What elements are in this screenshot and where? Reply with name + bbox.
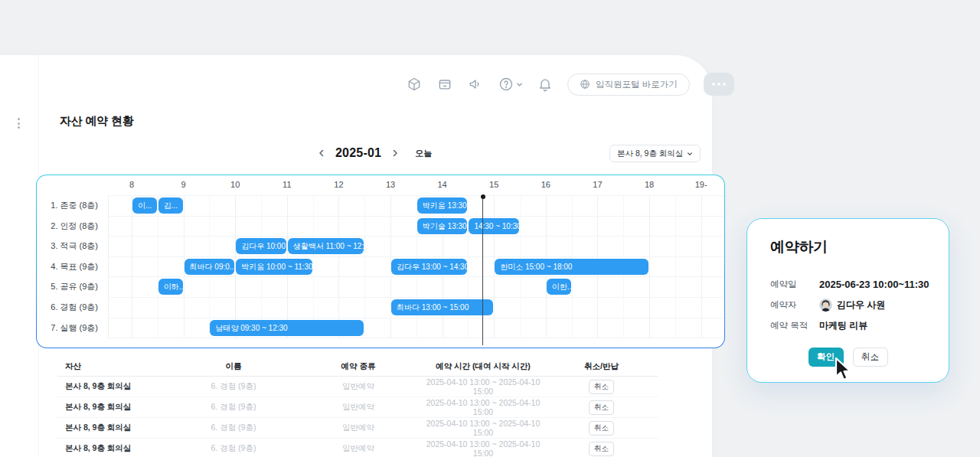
cell-cancel: 취소 xyxy=(544,442,658,456)
reservation-event[interactable]: 이하... xyxy=(158,279,183,295)
cell-asset: 본사 8, 9층 회의실 xyxy=(57,381,172,392)
bell-icon[interactable] xyxy=(537,76,554,93)
grid-row-line xyxy=(108,195,724,196)
help-menu[interactable] xyxy=(498,76,523,93)
grid-row-line xyxy=(108,256,724,257)
grid-halfhour-line xyxy=(158,195,158,338)
reservation-event[interactable]: 최바다 09:0... xyxy=(185,259,235,275)
cell-time: 2025-04-10 13:00 ~ 2025-04-10 15:00 xyxy=(422,419,544,437)
timeline-row-label: 2. 인정 (8층) xyxy=(37,216,108,237)
grid-hour-line xyxy=(701,195,702,338)
hour-label: 14 xyxy=(427,180,458,189)
hour-label: 9 xyxy=(168,180,199,189)
archive-icon[interactable] xyxy=(436,76,453,93)
cube-icon[interactable] xyxy=(406,76,423,93)
hour-label: 8 xyxy=(116,180,147,189)
reservation-event[interactable]: 남태양 09:30 ~ 12:30 xyxy=(210,320,364,336)
grid-row-line xyxy=(108,338,724,338)
hour-label: 17 xyxy=(582,180,612,189)
table-header-cell: 예약 시간 (대여 시작 시간) xyxy=(422,361,544,372)
grid-row-line xyxy=(108,236,724,237)
cell-cancel: 취소 xyxy=(544,400,658,415)
reserver-avatar xyxy=(819,299,832,312)
confirm-button[interactable]: 확인 xyxy=(808,348,844,367)
grid-halfhour-line xyxy=(364,195,365,338)
reservation-event[interactable]: 박키움 13:30... xyxy=(417,197,468,214)
dialog-field-person: 예약자김다우 사원 xyxy=(770,295,936,315)
dialog-cancel-button[interactable]: 취소 xyxy=(853,348,888,367)
hour-label: 11 xyxy=(272,180,302,189)
dialog-field-value: 2025-06-23 10:00~11:30 xyxy=(819,279,929,290)
table-header-cell: 자산 xyxy=(57,361,172,372)
table-header-cell: 이름 xyxy=(172,361,295,372)
dialog-field-value: 김다우 사원 xyxy=(819,299,885,312)
hour-label: 10 xyxy=(220,180,250,189)
dialog-field-label: 예약자 xyxy=(770,299,819,311)
timeline-row-label: 5. 공유 (9층) xyxy=(37,276,108,297)
label-column-divider xyxy=(108,195,109,338)
grid-hour-line xyxy=(132,195,132,338)
dialog-field-text: 마케팅 리뷰 xyxy=(819,319,867,332)
dialog-field-label: 예약일 xyxy=(770,279,819,290)
hour-label: 19- xyxy=(686,180,717,189)
grid-hour-line xyxy=(338,195,339,338)
employee-portal-button[interactable]: 임직원포털 바로가기 xyxy=(567,73,690,96)
cell-type: 일반예약 xyxy=(295,402,422,413)
dialog-field-text: 2025-06-23 10:00~11:30 xyxy=(819,279,929,290)
reservation-event[interactable]: 김다우 10:00... xyxy=(236,238,286,254)
speaker-icon[interactable] xyxy=(467,76,484,93)
cell-cancel: 취소 xyxy=(544,421,658,436)
employee-portal-label: 임직원포털 바로가기 xyxy=(596,79,678,90)
more-options-button[interactable] xyxy=(704,73,734,96)
prev-month-button[interactable] xyxy=(312,144,331,162)
reservation-event[interactable]: 박키움 10:00 ~ 11:30 xyxy=(236,259,312,275)
reservation-event[interactable]: 박기술 13:30... xyxy=(417,218,468,234)
help-icon xyxy=(498,76,514,93)
grid-halfhour-line xyxy=(675,195,676,338)
row-cancel-button[interactable]: 취소 xyxy=(589,380,614,394)
cell-asset: 본사 8, 9층 회의실 xyxy=(57,402,172,413)
reservation-event[interactable]: 14:30 ~ 10:30 xyxy=(469,218,519,234)
page-title: 자산 예약 현황 xyxy=(60,114,134,129)
table-row: 본사 8, 9층 회의실6. 경험 (9층)일반예약2025-04-10 13:… xyxy=(57,439,658,457)
room-filter-dropdown[interactable]: 본사 8, 9층 회의실 xyxy=(609,145,701,162)
reservation-event[interactable]: 생활백서 11:00 ~ 12:30 xyxy=(288,238,364,254)
table-header-row: 자산이름예약 종류예약 시간 (대여 시작 시간)취소/반납 xyxy=(57,357,658,377)
grid-row-line xyxy=(108,297,724,298)
reservation-event[interactable]: 김다우 13:00 ~ 14:30 xyxy=(391,259,467,275)
grid-halfhour-line xyxy=(468,195,469,338)
reservation-event[interactable]: 이한... xyxy=(547,279,571,295)
cell-asset: 본사 8, 9층 회의실 xyxy=(57,423,172,433)
today-button[interactable]: 오늘 xyxy=(415,148,432,159)
dialog-field-text: 김다우 사원 xyxy=(837,299,885,312)
grid-hour-line xyxy=(649,195,650,338)
reservation-event[interactable]: 김... xyxy=(158,197,183,214)
reservation-event[interactable]: 이... xyxy=(132,197,157,214)
dialog-buttons: 확인 취소 xyxy=(747,348,949,367)
chevron-down-icon xyxy=(516,81,523,88)
cell-time: 2025-04-10 13:00 ~ 2025-04-10 15:00 xyxy=(422,439,544,457)
row-cancel-button[interactable]: 취소 xyxy=(589,442,614,456)
next-month-button[interactable] xyxy=(386,144,404,162)
cell-name: 6. 경험 (9층) xyxy=(172,443,295,454)
dialog-field-label: 예약 목적 xyxy=(770,320,819,331)
current-time-line xyxy=(482,197,483,345)
row-cancel-button[interactable]: 취소 xyxy=(589,421,614,436)
grid-halfhour-line xyxy=(313,195,314,338)
hour-label: 12 xyxy=(323,180,354,189)
timeline-row-label: 4. 목표 (9층) xyxy=(37,256,108,277)
reservation-event[interactable]: 최바다 13:00 ~ 15:00 xyxy=(391,299,493,315)
globe-icon xyxy=(580,79,590,90)
timeline-row-label: 3. 적극 (8층) xyxy=(37,236,108,256)
reservation-timeline: 8910111213141516171819-1. 존중 (8층)이...김..… xyxy=(36,175,725,348)
timeline-row-label: 1. 존중 (8층) xyxy=(37,195,108,216)
hour-label: 13 xyxy=(375,180,406,189)
page-kebab-menu-icon[interactable] xyxy=(18,118,20,129)
reservation-event[interactable]: 한미소 15:00 ~ 18:00 xyxy=(495,259,648,275)
dialog-field-purpose: 예약 목적마케팅 리뷰 xyxy=(770,315,936,336)
cell-name: 6. 경험 (9층) xyxy=(172,381,295,392)
row-cancel-button[interactable]: 취소 xyxy=(589,400,614,415)
timeline-grid: 8910111213141516171819-1. 존중 (8층)이...김..… xyxy=(37,175,724,348)
table-row: 본사 8, 9층 회의실6. 경험 (9층)일반예약2025-04-10 13:… xyxy=(57,418,658,439)
cell-cancel: 취소 xyxy=(544,380,658,394)
